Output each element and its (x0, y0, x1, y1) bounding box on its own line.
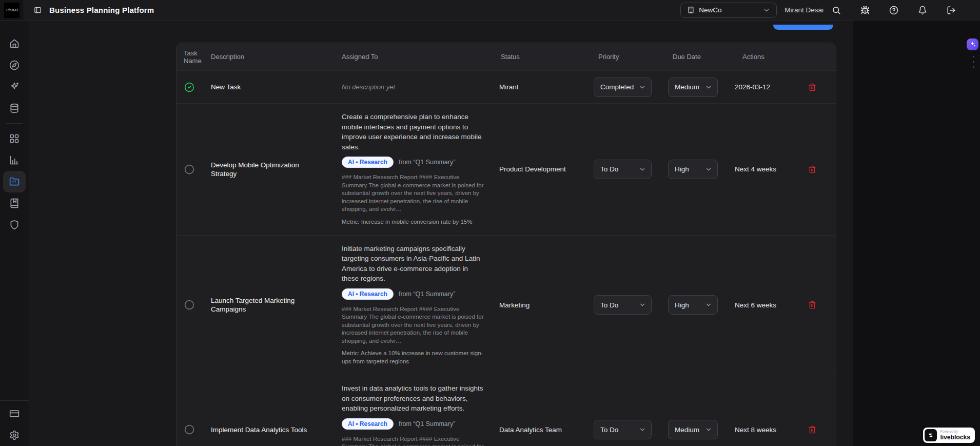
column-header-status: Status (494, 53, 591, 61)
table-row: Develop Mobile Optimization StrategyCrea… (177, 103, 836, 235)
help-button[interactable] (889, 6, 898, 15)
org-selector-label: NewCo (699, 6, 759, 14)
task-complete-toggle[interactable] (184, 424, 194, 435)
status-dropdown-value: To Do (600, 426, 618, 434)
delete-task-button[interactable] (808, 301, 816, 309)
sidebar-divider (6, 123, 23, 124)
bug-button[interactable] (860, 6, 870, 15)
top-header: PlanAI Business Planning Platform NewCo … (0, 0, 980, 21)
sidebar-item-home[interactable] (3, 33, 26, 54)
sidebar-top-group (3, 33, 26, 119)
table-row: Implement Data Analytics ToolsInvest in … (177, 375, 836, 446)
delete-task-button[interactable] (808, 165, 816, 173)
sidebar-item-sparkles[interactable] (3, 76, 26, 98)
chevron-down-icon (639, 166, 646, 173)
due-date: 2026-03-12 (735, 83, 770, 91)
column-header-assigned-to: Assigned To (335, 53, 494, 61)
search-button[interactable] (832, 6, 841, 15)
assigned-to: Mirant (499, 83, 519, 91)
due-date: Next 4 weeks (735, 165, 776, 173)
chevron-down-icon (763, 7, 770, 14)
task-table-card: Task NameDescriptionAssigned ToStatusPri… (176, 43, 836, 446)
sidebar-item-folder-kanban[interactable] (3, 171, 26, 192)
circle-icon (184, 424, 194, 435)
sidebar-item-database[interactable] (3, 98, 26, 119)
logout-button[interactable] (947, 6, 956, 15)
sidebar-bottom-group (0, 400, 29, 446)
sidebar-item-grid[interactable] (3, 128, 26, 149)
assigned-to: Marketing (499, 301, 530, 309)
add-task-button[interactable] (773, 25, 833, 30)
priority-dropdown[interactable]: Medium (668, 77, 718, 97)
bell-button[interactable] (918, 6, 927, 15)
chevron-down-icon (639, 426, 646, 433)
status-dropdown[interactable]: To Do (594, 295, 652, 315)
research-snippet: ### Market Research Report #### Executiv… (342, 435, 485, 446)
status-dropdown[interactable]: To Do (594, 420, 652, 439)
sidebar-item-shield[interactable] (3, 214, 26, 236)
source-reference: from “Q1 Summary” (399, 290, 455, 298)
table-row: New TaskNo description yetMirantComplete… (177, 70, 836, 103)
shield-icon (9, 220, 19, 230)
sidebar-toggle-button[interactable] (34, 6, 42, 14)
task-complete-toggle[interactable] (184, 300, 194, 310)
task-metric: Metric: Increase in mobile conversion ra… (342, 218, 485, 226)
logo-area: PlanAI (0, 0, 24, 20)
ai-assistant-button[interactable] (967, 38, 978, 50)
research-snippet: ### Market Research Report #### Executiv… (342, 173, 485, 214)
ai-research-badge: AI • Research (342, 157, 394, 168)
status-dropdown-value: To Do (600, 165, 618, 173)
sidebar-item-settings[interactable] (3, 424, 26, 446)
ai-source-row: AI • Researchfrom “Q1 Summary” (342, 418, 485, 430)
priority-dropdown[interactable]: High (668, 160, 718, 179)
liveblocks-badge[interactable]: Powered by liveblocks (923, 428, 975, 443)
table-row: Launch Targeted Marketing CampaignsIniti… (177, 235, 836, 375)
header-actions (832, 6, 956, 15)
grid-icon (9, 133, 19, 144)
ai-source-row: AI • Researchfrom “Q1 Summary” (342, 288, 485, 300)
sidebar-item-book[interactable] (3, 192, 26, 214)
delete-task-button[interactable] (808, 83, 816, 91)
priority-dropdown[interactable]: Medium (668, 420, 718, 439)
settings-icon (9, 430, 19, 440)
task-complete-toggle[interactable] (184, 164, 194, 174)
liveblocks-brand: liveblocks (940, 434, 970, 441)
priority-dropdown-value: Medium (675, 83, 699, 91)
column-header-actions: Actions (730, 53, 794, 61)
sparkles-icon (969, 41, 976, 48)
status-dropdown[interactable]: Completed (594, 77, 652, 97)
planai-logo: PlanAI (4, 3, 19, 18)
search-icon (832, 6, 841, 15)
ai-research-badge: AI • Research (342, 418, 394, 430)
task-complete-toggle[interactable] (184, 82, 194, 92)
liveblocks-logo (925, 429, 937, 441)
org-selector[interactable]: NewCo (680, 3, 777, 18)
sidebar-item-compass[interactable] (3, 54, 26, 76)
priority-dropdown[interactable]: High (668, 295, 718, 315)
task-table-header: Task NameDescriptionAssigned ToStatusPri… (177, 43, 836, 70)
compass-icon (9, 60, 19, 70)
book-icon (9, 198, 19, 208)
sidebar-divider-bottom (0, 400, 29, 401)
status-dropdown[interactable]: To Do (594, 160, 652, 179)
status-dropdown-value: To Do (600, 301, 618, 309)
sidebar-item-bar-chart[interactable] (3, 149, 26, 171)
delete-task-button[interactable] (808, 425, 816, 434)
trash-icon (808, 165, 816, 173)
priority-dropdown-value: Medium (675, 426, 699, 434)
task-description: Create a comprehensive plan to enhance m… (342, 112, 485, 152)
folder-kanban-icon (9, 177, 19, 187)
task-description: Invest in data analytics tools to gather… (342, 383, 485, 414)
check-circle-icon (184, 82, 194, 92)
widget-drag-handle[interactable] (973, 56, 974, 68)
assigned-to: Data Analytics Team (499, 426, 562, 434)
help-icon (889, 6, 898, 15)
bar-chart-icon (9, 155, 19, 165)
task-metric: Metric: Achieve a 10% increase in new cu… (342, 349, 485, 365)
priority-dropdown-value: High (675, 165, 689, 173)
status-dropdown-value: Completed (600, 83, 634, 91)
bug-icon (860, 6, 870, 15)
sidebar-item-credit-card[interactable] (3, 403, 26, 424)
panel-left-icon (34, 6, 42, 14)
chevron-down-icon (705, 84, 712, 91)
